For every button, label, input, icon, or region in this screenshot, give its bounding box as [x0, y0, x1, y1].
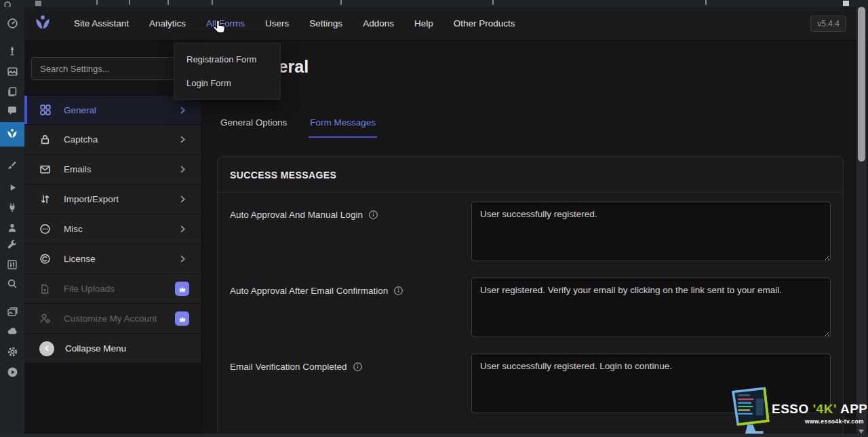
pages-icon: [7, 86, 18, 97]
field-label-text: Email Verification Completed: [230, 362, 347, 372]
crown-icon: [178, 315, 186, 323]
rail-item-video[interactable]: [0, 178, 24, 196]
plug-icon: [7, 202, 18, 213]
field-label-text: Auto Approval And Manual Login: [230, 210, 363, 220]
cloud-icon: [7, 325, 18, 337]
userswp-icon-active: [5, 128, 19, 141]
info-icon[interactable]: [393, 286, 403, 296]
tab-general-options[interactable]: General Options: [219, 117, 288, 138]
play-circle-icon: [7, 366, 18, 378]
sidebar-item-misc[interactable]: Misc: [24, 214, 201, 244]
sidebar-item-license[interactable]: License: [24, 244, 201, 274]
rail-item-gallery[interactable]: [0, 303, 24, 320]
sidebar-item-label: Misc: [64, 224, 83, 234]
rail-item-userswp-active[interactable]: [0, 122, 24, 147]
sidebar-item-label: Customize My Account: [64, 314, 157, 324]
sidebar-item-import-export[interactable]: Import/Export: [24, 185, 201, 214]
plugin-topnav: Site Assistant Analytics All Forms Users…: [24, 7, 868, 41]
rail-item-pages[interactable]: [0, 83, 24, 100]
nav-item-addons[interactable]: Addons: [353, 7, 404, 41]
comments-icon: [7, 105, 18, 116]
chevron-right-icon: [178, 224, 188, 234]
field-row: Auto Approval After Email Confirmation U…: [218, 269, 843, 345]
rail-item-search[interactable]: [0, 275, 24, 292]
settings-menu: General Captcha Emails Import/Export Mis…: [24, 95, 201, 364]
tab-form-messages[interactable]: Form Messages: [309, 117, 377, 138]
rail-item-media-player[interactable]: [0, 363, 24, 381]
nav-item-users[interactable]: Users: [255, 7, 299, 41]
license-icon: [39, 253, 51, 265]
pro-badge: [175, 282, 189, 296]
rail-item-appearance[interactable]: [0, 157, 24, 175]
watermark-text: ESSO '4K' APPS www.esso4k-tv.com: [772, 402, 868, 425]
rail-item-users[interactable]: [0, 219, 24, 237]
envelope-icon: [39, 164, 51, 175]
comments-icon: [843, 1, 849, 6]
sliders-icon: [7, 259, 18, 270]
sidebar-item-label: Emails: [64, 164, 92, 174]
watermark: ESSO '4K' APPS www.esso4k-tv.com: [728, 387, 868, 436]
media-icon: [7, 66, 18, 77]
field-label: Email Verification Completed: [230, 354, 471, 372]
sidebar-item-label: License: [64, 254, 96, 264]
import-export-icon: [39, 193, 51, 205]
chevron-left-icon: [43, 344, 52, 353]
wp-admin-rail: [0, 7, 24, 437]
topnav-menu: Site Assistant Analytics All Forms Users…: [64, 7, 525, 41]
sidebar-item-label: File Uploads: [64, 284, 115, 294]
dropdown-item-login-form[interactable]: Login Form: [174, 71, 280, 95]
rail-item-tools[interactable]: [0, 236, 24, 254]
lock-icon: [39, 134, 51, 145]
dropdown-item-registration-form[interactable]: Registration Form: [174, 48, 280, 71]
chevron-right-icon: [178, 194, 188, 204]
nav-item-analytics[interactable]: Analytics: [139, 7, 196, 41]
scrollbar: [856, 7, 867, 437]
crown-icon: [178, 285, 186, 293]
gallery-icon: [7, 306, 18, 318]
info-icon[interactable]: [353, 362, 363, 372]
search-settings-input[interactable]: [31, 57, 195, 80]
sidebar-item-customize-my-account[interactable]: Customize My Account: [24, 304, 201, 334]
watermark-brand: ESSO '4K' APPS: [772, 402, 868, 417]
dashboard-icon: [7, 18, 18, 29]
rail-item-media[interactable]: [0, 62, 24, 80]
sidebar-item-label: Import/Export: [64, 194, 119, 204]
home-icon: [35, 1, 41, 6]
nav-item-site-assistant[interactable]: Site Assistant: [64, 7, 139, 41]
field-label: Auto Approval And Manual Login: [230, 202, 471, 220]
nav-item-other-products[interactable]: Other Products: [443, 7, 526, 41]
info-icon[interactable]: [368, 210, 378, 220]
sidebar-item-file-uploads[interactable]: File Uploads: [24, 274, 201, 304]
message-textarea-auto-approval-manual-login[interactable]: User successfully registered.: [471, 202, 831, 261]
scrollbar-thumb[interactable]: [858, 7, 865, 162]
rail-item-dashboard[interactable]: [0, 14, 24, 32]
file-upload-icon: [39, 284, 50, 294]
version-badge: v5.4.4: [810, 16, 846, 32]
chevron-right-icon: [178, 164, 188, 174]
userswp-logo: [33, 14, 53, 34]
settings-sidebar: General Captcha Emails Import/Export Mis…: [24, 41, 202, 437]
sidebar-item-emails[interactable]: Emails: [24, 155, 201, 185]
nav-item-settings[interactable]: Settings: [299, 7, 353, 41]
user-gear-icon: [39, 313, 51, 324]
gear-icon: [7, 346, 18, 358]
message-textarea-auto-approval-email-confirmation[interactable]: User registered. Verify your email by cl…: [471, 278, 831, 337]
pin-icon: [7, 45, 18, 56]
pro-badge: [175, 311, 189, 326]
main-content: General General Options Form Messages SU…: [202, 41, 868, 437]
rail-item-plugins[interactable]: [0, 199, 24, 216]
nav-item-all-forms[interactable]: All Forms: [196, 7, 255, 41]
rail-item-settings[interactable]: [0, 343, 24, 360]
sidebar-item-label: General: [64, 105, 96, 115]
wrench-icon: [7, 240, 18, 250]
wp-admin-bar: [0, 0, 868, 7]
rail-item-comments[interactable]: [0, 102, 24, 119]
rail-item-options[interactable]: [0, 256, 24, 273]
sidebar-item-collapse-menu[interactable]: Collapse Menu: [24, 334, 201, 364]
sidebar-item-captcha[interactable]: Captcha: [24, 125, 201, 155]
nav-item-help[interactable]: Help: [404, 7, 443, 41]
rail-item-posts[interactable]: [0, 42, 24, 60]
wordpress-logo-icon: [4, 1, 11, 7]
search-icon: [7, 278, 18, 289]
rail-item-cloud[interactable]: [0, 322, 24, 339]
